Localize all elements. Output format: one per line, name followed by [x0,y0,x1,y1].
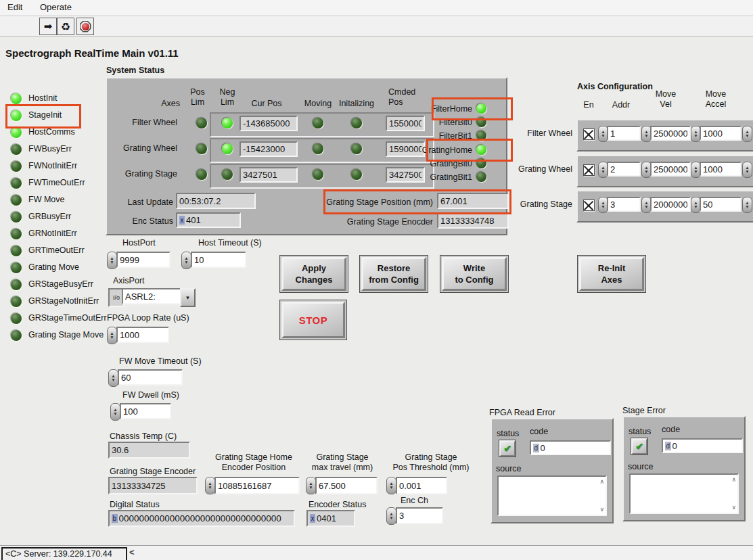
move-accel-input[interactable]: 1000 [700,162,741,177]
scroll-down-icon[interactable]: ∨ [599,507,604,513]
chassis-temp-label: Chassis Temp (C) [110,431,177,442]
led-row-grtimeouterr: GRTimeOutErr [11,245,85,256]
en-checkbox[interactable] [583,164,595,176]
gratingstagemove-label: Grating Stage Move [28,330,104,340]
stage-error-title: Stage Error [622,406,666,416]
grnotiniterr-led [11,229,22,239]
fw-move-timeout-input[interactable]: 60 [118,369,183,386]
abort-button[interactable] [76,18,94,35]
fw-dwell-spinner[interactable]: ▲▼ [110,403,120,421]
gs-home-encoder-spinner[interactable]: ▲▼ [205,477,215,494]
run-continuous-button[interactable]: ♻ [57,18,74,35]
filterbit1-label: FilterBit1 [378,131,472,141]
chassis-temp-indicator: 30.6 [108,442,190,459]
hostport-spinner[interactable]: ▲▼ [107,252,117,269]
hostport-input[interactable]: 9999 [116,252,170,268]
addr-input[interactable]: 2 [607,162,641,177]
hostinit-led [11,93,22,104]
col-header-pos-lim: Pos Lim [184,87,211,108]
status-label: status [629,427,651,437]
gs-position-label: Grating Stage Position (mm) [323,197,433,208]
reinit-axes-button[interactable]: Re-Init Axes [577,255,646,293]
gs-max-travel-spinner[interactable]: ▲▼ [306,477,316,494]
host-timeout-input[interactable]: 10 [191,252,246,268]
axis-row-label: Grating Wheel [108,143,177,154]
status-label: status [497,429,519,439]
axis-config-header-move-vel: Move Vel [648,89,683,110]
initalizing-led [351,169,362,180]
radix-binary: b [112,514,118,523]
enc-ch-spinner[interactable]: ▲▼ [386,507,396,525]
fpga-loop-rate-spinner[interactable]: ▲▼ [107,327,117,344]
axisport-combo-value[interactable]: ASRL2: [122,288,187,304]
led-row-grbusyerr: GRBusyErr [11,211,71,223]
fpga-read-error-title: FPGA Read Error [489,408,555,418]
col-header-neg-lim: Neg Lim [214,87,241,108]
write-to-config-button[interactable]: Write to Config [440,255,509,293]
axisport-dropdown-button[interactable]: ▼ [180,288,196,307]
axis-config-row-label: Grating Wheel [498,164,572,174]
stop-button[interactable]: STOP [279,300,347,340]
gratingmove-led [11,262,22,273]
axis-config-header-addr: Addr [606,100,636,110]
gs-encoder-readout-label: Grating Stage Encoder [110,467,196,477]
fpga-loop-rate-input[interactable]: 1000 [116,327,169,343]
fwtimeouterr-label: FWTimeOutErr [28,178,85,188]
scroll-up-icon[interactable]: ∧ [599,479,604,485]
led-row-fwmove: FW Move [11,194,64,206]
scroll-up-icon[interactable]: ∧ [731,477,736,483]
move-accel-input[interactable]: 1000 [700,126,741,141]
scroll-down-icon[interactable]: ∨ [731,505,736,511]
stageinit-led [11,110,22,121]
move-vel-input[interactable]: 2000000 [650,197,691,212]
apply-changes-button[interactable]: Apply Changes [279,255,348,293]
addr-input[interactable]: 1 [607,126,641,141]
scroll-left-icon[interactable]: < [129,547,135,557]
hostcomms-led [11,127,22,138]
move-accel-input[interactable]: 50 [700,197,741,212]
enc-ch-label: Enc Ch [401,496,428,506]
fw-move-timeout-spinner[interactable]: ▲▼ [108,369,118,387]
error-status-button[interactable]: ✔ [499,440,516,457]
toolbar: ➡ ♻ [0,16,753,37]
moving-led [313,169,323,180]
en-checkbox[interactable] [583,129,595,140]
gs-max-travel-input[interactable]: 67.500 [315,477,378,494]
menu-operate[interactable]: Operate [32,0,79,12]
fwnotiniterr-led [11,161,22,172]
hostport-label: HostPort [122,238,156,248]
abort-stop-icon [80,21,91,32]
page-title: Spectrograph RealTime Main v01.11 [5,47,179,59]
radix-decimal: d [533,444,539,452]
gs-pos-threshold-spinner[interactable]: ▲▼ [386,477,396,494]
axis-config-title: Axis Configuration [577,82,653,91]
enc-ch-input[interactable]: 3 [396,507,443,524]
source-label: source [628,462,654,472]
axis-row-label: Grating Stage [108,169,177,179]
extra-spinner[interactable]: ▲▼ [742,162,752,178]
led-row-fwbusyerr: FWBusyErr [11,143,72,155]
encoder-status-indicator: x0401 [306,510,355,527]
addr-input[interactable]: 3 [607,197,641,212]
extra-spinner[interactable]: ▲▼ [742,197,752,213]
run-button[interactable]: ➡ [39,18,57,35]
gs-pos-threshold-input[interactable]: 0.001 [396,477,447,494]
digital-status-label: Digital Status [110,500,160,510]
move-vel-input[interactable]: 2500000 [650,162,691,177]
en-checkbox[interactable] [583,200,595,211]
stage-error-cluster: status code ✔ d0 source ∧ ∨ [622,416,746,521]
menu-edit[interactable]: Edit [0,0,30,12]
fw-dwell-input[interactable]: 100 [120,403,171,419]
error-status-button[interactable]: ✔ [631,438,648,455]
restore-from-config-button[interactable]: Restore from Config [359,255,428,293]
led-row-fwtimeouterr: FWTimeOutErr [11,177,85,189]
gs-home-encoder-input[interactable]: 10885161687 [214,477,300,494]
extra-spinner[interactable]: ▲▼ [742,126,752,142]
move-vel-input[interactable]: 2500000 [650,126,691,141]
axis-config-row-label: Filter Wheel [498,129,572,139]
led-row-grnotiniterr: GRNotInitErr [11,228,77,239]
last-update-label: Last Update [114,197,173,208]
chevron-down-icon: ▼ [185,295,191,301]
filterhome-label: FilterHome [378,104,472,114]
host-timeout-spinner[interactable]: ▲▼ [181,252,191,269]
